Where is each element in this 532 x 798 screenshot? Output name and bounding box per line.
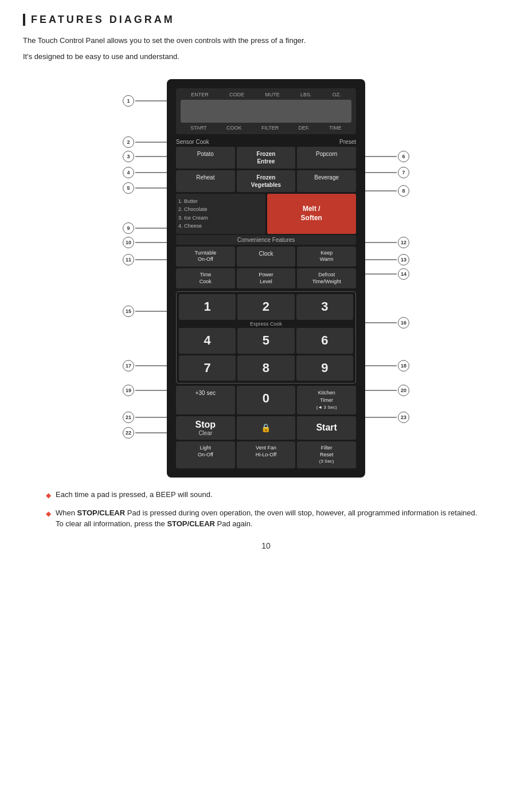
stop-label: Stop xyxy=(195,420,216,430)
sensor-row-2: Reheat FrozenVegetables Beverage xyxy=(176,170,356,192)
callout-20: 20 xyxy=(398,385,409,396)
callout-15: 15 xyxy=(123,306,134,317)
clock-btn[interactable]: Clock xyxy=(237,247,296,267)
page-title: FEATURES DIAGRAM xyxy=(23,14,509,26)
callout-13: 13 xyxy=(398,254,409,265)
start-btn[interactable]: Start xyxy=(297,416,356,440)
kitchen-timer-btn[interactable]: KitchenTimer(◄ 3 Sec) xyxy=(297,386,356,414)
light-btn[interactable]: LightOn-Off xyxy=(176,441,235,468)
subtitle1: The Touch Control Panel allows you to se… xyxy=(23,35,509,46)
callout-1: 1 xyxy=(123,95,134,107)
key-9[interactable]: 9 xyxy=(296,355,353,381)
clear-label: Clear xyxy=(198,430,212,436)
callout-23: 23 xyxy=(398,412,409,423)
filter-reset-btn[interactable]: FilterReset(3 Sec) xyxy=(297,441,356,468)
key-3[interactable]: 3 xyxy=(296,294,353,320)
melt-items-list: 1. Butter2. Chocolate3. Ice Cream4. Chee… xyxy=(176,194,265,234)
key-6[interactable]: 6 xyxy=(296,328,353,354)
plus30-btn[interactable]: +30 sec xyxy=(176,386,235,414)
notes-section: ◆ Each time a pad is pressed, a BEEP wil… xyxy=(46,489,486,530)
frozen-veg-btn[interactable]: FrozenVegetables xyxy=(237,170,296,192)
potato-btn[interactable]: Potato xyxy=(176,147,235,169)
page-number: 10 xyxy=(0,541,532,550)
callout-18: 18 xyxy=(398,360,409,371)
beverage-btn[interactable]: Beverage xyxy=(297,170,356,192)
note-1: ◆ Each time a pad is pressed, a BEEP wil… xyxy=(46,489,486,500)
stop-start-row: Stop Clear 🔒 Start xyxy=(176,416,356,440)
callout-4: 4 xyxy=(123,167,134,178)
callout-12: 12 xyxy=(398,237,409,248)
reheat-btn[interactable]: Reheat xyxy=(176,170,235,192)
melt-soften-btn[interactable]: Melt /Soften xyxy=(267,194,357,234)
display-area: ENTER CODE MUTE LBS. OZ. START COOK FILT… xyxy=(176,88,356,134)
key-2[interactable]: 2 xyxy=(237,294,294,320)
conv-row-2: TimeCook PowerLevel DefrostTime/Weight xyxy=(176,268,356,288)
numpad-row-2: 4 5 6 xyxy=(179,328,353,354)
callout-6: 6 xyxy=(398,151,409,162)
key-8[interactable]: 8 xyxy=(237,355,294,381)
key-1[interactable]: 1 xyxy=(179,294,236,320)
conv-row-1: TurntableOn-Off Clock KeepWarm xyxy=(176,247,356,267)
callout-21: 21 xyxy=(123,412,134,423)
callout-2: 2 xyxy=(123,136,134,148)
sensor-preset-header: Sensor Cook Preset xyxy=(176,139,356,145)
vent-row: LightOn-Off Vent FanHi-Lo-Off FilterRese… xyxy=(176,441,356,468)
callout-7: 7 xyxy=(398,167,409,178)
power-level-btn[interactable]: PowerLevel xyxy=(237,268,296,288)
turntable-btn[interactable]: TurntableOn-Off xyxy=(176,247,235,267)
time-cook-btn[interactable]: TimeCook xyxy=(176,268,235,288)
display-top-labels: ENTER CODE MUTE LBS. OZ. xyxy=(181,92,351,97)
key-4[interactable]: 4 xyxy=(179,328,236,354)
key-0[interactable]: 0 xyxy=(237,386,296,414)
callout-17: 17 xyxy=(123,360,134,371)
sensor-row-1: Potato FrozenEntree Popcorn xyxy=(176,147,356,169)
diamond-2: ◆ xyxy=(46,508,51,519)
callout-8: 8 xyxy=(398,185,409,197)
defrost-btn[interactable]: DefrostTime/Weight xyxy=(297,268,356,288)
numpad-row-1: 1 2 3 xyxy=(179,294,353,320)
vent-fan-btn[interactable]: Vent FanHi-Lo-Off xyxy=(237,441,296,468)
diamond-1: ◆ xyxy=(46,490,51,500)
callout-11: 11 xyxy=(123,254,134,265)
subtitle2: It's designed to be easy to use and unde… xyxy=(23,51,509,62)
display-bottom-labels: START COOK FILTER DEF. TIME xyxy=(181,125,351,131)
callout-9: 9 xyxy=(123,222,134,234)
callout-14: 14 xyxy=(398,268,409,280)
callout-10: 10 xyxy=(123,237,134,248)
key-5[interactable]: 5 xyxy=(237,328,294,354)
frozen-entree-btn[interactable]: FrozenEntree xyxy=(237,147,296,169)
note-2: ◆ When STOP/CLEAR Pad is pressed during … xyxy=(46,507,486,530)
callout-3: 3 xyxy=(123,151,134,162)
lock-icon: 🔒 xyxy=(237,416,296,440)
popcorn-btn[interactable]: Popcorn xyxy=(297,147,356,169)
convenience-header: Convenience Features xyxy=(176,235,356,245)
numpad-row-3: 7 8 9 xyxy=(179,355,353,381)
bottom-numpad-row: +30 sec 0 KitchenTimer(◄ 3 Sec) xyxy=(176,386,356,414)
express-cook-label: Express Cook xyxy=(179,321,353,327)
melt-row: 1. Butter2. Chocolate3. Ice Cream4. Chee… xyxy=(176,194,356,234)
callout-5: 5 xyxy=(123,182,134,194)
stop-clear-btn[interactable]: Stop Clear xyxy=(176,416,235,440)
key-7[interactable]: 7 xyxy=(179,355,236,381)
express-cook-section: 1 2 3 Express Cook 4 5 6 7 8 9 xyxy=(176,291,356,384)
callout-19: 19 xyxy=(123,385,134,396)
display-screen xyxy=(181,100,351,123)
keep-warm-btn[interactable]: KeepWarm xyxy=(297,247,356,267)
callout-22: 22 xyxy=(123,427,134,439)
callout-16: 16 xyxy=(398,317,409,328)
